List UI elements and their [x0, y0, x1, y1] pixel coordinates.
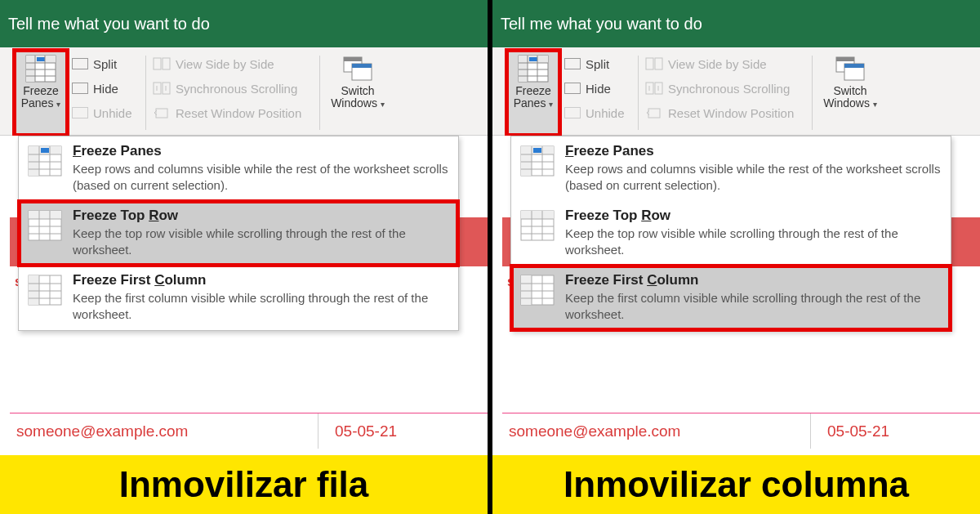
reset-window-position-button: Reset Window Position: [153, 103, 314, 123]
view-sbs-label: View Side by Side: [668, 57, 767, 71]
freeze-top-row-item-icon: [519, 209, 555, 242]
ribbon-cut-top: ge: [494, 56, 506, 68]
svg-rect-54: [648, 109, 660, 118]
hide-button[interactable]: Hide: [564, 78, 633, 98]
unhide-icon: [72, 107, 88, 118]
dropdown-freeze-top-row[interactable]: Freeze Top Row Keep the top row visible …: [19, 201, 458, 266]
dropdown-freeze-first-column[interactable]: Freeze First Column Keep the first colum…: [511, 266, 951, 330]
hide-icon: [72, 83, 88, 94]
cell-date[interactable]: 05-05-21: [811, 413, 980, 449]
dd-top-desc: Keep the top row visible while scrolling…: [565, 226, 942, 257]
freeze-label-2: Panes: [514, 96, 546, 110]
freeze-panes-dropdown: Freeze Panes Keep rows and columns visib…: [18, 136, 459, 331]
svg-rect-61: [521, 146, 532, 176]
dropdown-freeze-panes[interactable]: Freeze Panes Keep rows and columns visib…: [511, 136, 951, 201]
svg-rect-76: [521, 275, 532, 305]
switch-windows-icon: [833, 54, 867, 83]
split-label: Split: [93, 57, 117, 71]
unhide-button: Unhide: [72, 103, 140, 123]
dropdown-freeze-top-row[interactable]: Freeze Top Row Keep the top row visible …: [511, 201, 951, 266]
chevron-down-icon: ▾: [56, 100, 60, 109]
panel-freeze-column: Tell me what you want to do ge n ▾: [492, 0, 980, 514]
ribbon: ge n ▾ FreezePanes ▾ Split: [0, 47, 488, 136]
svg-rect-50: [646, 58, 653, 69]
split-button[interactable]: Split: [72, 54, 140, 74]
dd-top-desc: Keep the top row visible while scrolling…: [73, 226, 450, 257]
switch-windows-button[interactable]: SwitchWindows ▾: [817, 51, 883, 135]
caption-right: Inmovilizar columna: [492, 455, 980, 514]
view-side-by-side-icon: [645, 57, 663, 70]
switch-label-2: Windows: [823, 96, 870, 110]
svg-rect-69: [521, 211, 554, 219]
side-by-side-group: View Side by Side Synchronous Scrolling …: [644, 51, 807, 135]
freeze-panes-item-icon: [519, 145, 555, 177]
reset-window-icon: [645, 106, 663, 119]
dropdown-freeze-first-column[interactable]: Freeze First Column Keep the first colum…: [19, 266, 458, 330]
split-button[interactable]: Split: [564, 54, 633, 74]
switch-label-2: Windows: [331, 96, 377, 110]
dd-top-title: Freeze Top Row: [565, 208, 942, 224]
split-label: Split: [586, 57, 609, 71]
tell-me-text: Tell me what you want to do: [8, 15, 210, 34]
freeze-panes-button[interactable]: FreezePanes ▾: [507, 51, 559, 135]
svg-rect-62: [533, 148, 541, 153]
dd-col-title: Freeze First Column: [73, 272, 450, 288]
switch-windows-icon: [341, 54, 375, 83]
svg-rect-3: [37, 57, 45, 61]
svg-rect-43: [519, 56, 528, 82]
svg-rect-17: [352, 64, 372, 68]
sync-scroll-label: Synchronous Scrolling: [668, 82, 790, 96]
unhide-label: Unhide: [586, 106, 625, 120]
dd-col-title: Freeze First Column: [565, 272, 942, 288]
freeze-first-column-item-icon: [519, 274, 555, 306]
svg-rect-44: [529, 57, 537, 61]
caption-right-text: Inmovilizar columna: [564, 464, 909, 505]
freeze-panes-icon: [517, 54, 550, 83]
synchronous-scrolling-button: Synchronous Scrolling: [153, 78, 314, 98]
ribbon-divider-2: [812, 56, 813, 130]
ribbon: ge n ▾ FreezePanes ▾ Split: [492, 47, 980, 136]
freeze-label-1: Freeze: [23, 84, 59, 97]
tell-me-bar[interactable]: Tell me what you want to do: [0, 0, 488, 47]
chevron-down-icon: ▾: [549, 100, 553, 109]
caption-left: Inmovilizar fila: [0, 455, 488, 514]
unhide-icon: [564, 107, 581, 118]
ribbon-cut-left: ge n ▾: [492, 51, 507, 135]
dd-panes-desc: Keep rows and columns visible while the …: [73, 161, 450, 193]
freeze-panes-button[interactable]: FreezePanes ▾: [15, 51, 67, 135]
tell-me-bar[interactable]: Tell me what you want to do: [492, 0, 980, 47]
freeze-label-2: Panes: [21, 96, 54, 110]
hide-icon: [564, 83, 581, 94]
dd-panes-title: Freeze Panes: [565, 143, 942, 159]
freeze-first-column-item-icon: [27, 274, 63, 306]
dd-panes-desc: Keep rows and columns visible while the …: [565, 161, 942, 193]
cell-email[interactable]: someone@example.com: [10, 413, 318, 449]
svg-rect-20: [29, 146, 39, 176]
freeze-panes-icon: [24, 54, 57, 83]
cell-date[interactable]: 05-05-21: [318, 413, 488, 449]
view-side-by-side-button: View Side by Side: [153, 54, 314, 74]
ribbon-cut-bottom: n ▾: [494, 96, 506, 120]
freeze-top-row-item-icon: [27, 209, 63, 242]
svg-rect-56: [836, 57, 854, 61]
unhide-label: Unhide: [93, 106, 132, 120]
hide-label: Hide: [586, 82, 611, 96]
freeze-panes-dropdown: Freeze Panes Keep rows and columns visib…: [510, 136, 951, 331]
reset-window-icon: [153, 106, 171, 119]
reset-window-position-button: Reset Window Position: [645, 103, 807, 123]
svg-rect-35: [29, 275, 39, 305]
hide-button[interactable]: Hide: [72, 78, 140, 98]
dropdown-freeze-panes[interactable]: Freeze Panes Keep rows and columns visib…: [19, 136, 458, 201]
switch-label-1: Switch: [833, 84, 866, 97]
side-by-side-group: View Side by Side Synchronous Scrolling …: [151, 51, 314, 135]
dd-col-desc: Keep the first column visible while scro…: [73, 290, 450, 322]
sync-scroll-label: Synchronous Scrolling: [176, 82, 297, 96]
switch-windows-button[interactable]: SwitchWindows ▾: [325, 51, 390, 135]
svg-rect-28: [29, 211, 61, 219]
svg-rect-58: [844, 64, 864, 68]
chevron-down-icon: ▾: [381, 100, 385, 109]
cell-email[interactable]: someone@example.com: [502, 413, 811, 449]
svg-rect-15: [344, 57, 362, 61]
sync-scroll-icon: [153, 82, 171, 95]
hide-label: Hide: [93, 82, 118, 96]
